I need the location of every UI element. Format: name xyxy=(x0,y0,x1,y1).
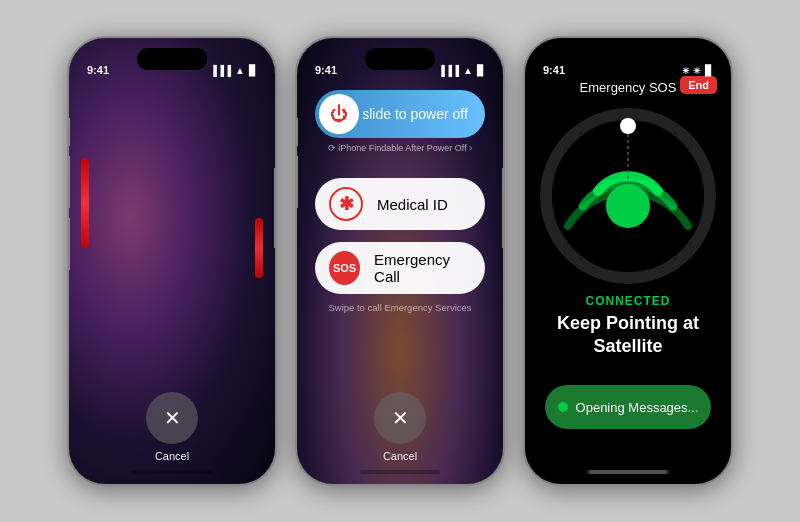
emergency-label: Emergency Call xyxy=(374,251,471,285)
red-indicator-left xyxy=(81,158,89,248)
volume-up-button[interactable] xyxy=(67,118,70,146)
cancel-label-2: Cancel xyxy=(383,450,417,462)
phone-3-satellite: 9:41 ✳ ✳ ▊ Emergency SOS End CONNECTED K… xyxy=(523,36,733,486)
dynamic-island xyxy=(137,48,207,70)
messages-label: Opening Messages... xyxy=(576,400,699,415)
satellite-signal-icon: ✳ ✳ xyxy=(682,66,701,76)
silent-button[interactable] xyxy=(67,218,70,270)
medical-label: Medical ID xyxy=(377,196,448,213)
pointing-instruction: Keep Pointing atSatellite xyxy=(525,312,731,359)
battery-icon-2: ▊ xyxy=(477,65,485,76)
signal-icon: ▐▐▐ xyxy=(210,65,231,76)
status-time-2: 9:41 xyxy=(315,64,337,76)
status-icons-1: ▐▐▐ ▲ ▊ xyxy=(210,65,257,76)
open-messages-button[interactable]: Opening Messages... xyxy=(545,385,711,429)
medical-id-button[interactable]: ✱ Medical ID xyxy=(315,178,485,230)
battery-icon: ▊ xyxy=(249,65,257,76)
slider-thumb[interactable]: ⏻ xyxy=(319,94,359,134)
close-icon-1: ✕ xyxy=(164,408,181,428)
phone-1-lockscreen: 9:41 ▐▐▐ ▲ ▊ ✕ Cancel xyxy=(67,36,277,486)
cancel-button-1[interactable]: ✕ xyxy=(146,392,198,444)
connected-status: CONNECTED xyxy=(525,294,731,308)
dynamic-island-2 xyxy=(365,48,435,70)
home-indicator-2 xyxy=(360,470,440,474)
battery-icon-3: ▊ xyxy=(705,65,713,76)
status-time-1: 9:41 xyxy=(87,64,109,76)
home-indicator-3 xyxy=(588,470,668,474)
status-icons-2: ▐▐▐ ▲ ▊ xyxy=(438,65,485,76)
power-icon: ⏻ xyxy=(330,104,348,125)
wifi-icon: ▲ xyxy=(235,65,245,76)
slider-label: slide to power off xyxy=(359,106,481,122)
volume-down-button[interactable] xyxy=(67,156,70,208)
svg-point-1 xyxy=(606,184,650,228)
findable-text: ⟳ iPhone Findable After Power Off › xyxy=(315,143,485,153)
svg-point-2 xyxy=(620,118,636,134)
volume-down-button-2[interactable] xyxy=(295,156,298,208)
wifi-icon-2: ▲ xyxy=(463,65,473,76)
volume-up-button-2[interactable] xyxy=(295,118,298,146)
status-icons-3: ✳ ✳ ▊ xyxy=(682,65,713,76)
sos-icon: SOS xyxy=(329,251,360,285)
dynamic-island-3 xyxy=(593,48,663,70)
swipe-hint: Swipe to call Emergency Services xyxy=(297,302,503,313)
close-icon-2: ✕ xyxy=(392,408,409,428)
messages-dot-icon xyxy=(558,402,568,412)
star-icon: ✱ xyxy=(339,193,354,215)
power-slider-container[interactable]: ⏻ slide to power off ⟳ iPhone Findable A… xyxy=(315,90,485,153)
phone-2-poweroff: 9:41 ▐▐▐ ▲ ▊ ⏻ slide to power off ⟳ iPho… xyxy=(295,36,505,486)
satellite-direction-indicator xyxy=(538,106,718,286)
power-slider-track[interactable]: ⏻ slide to power off xyxy=(315,90,485,138)
signal-icon-2: ▐▐▐ xyxy=(438,65,459,76)
sos-text: SOS xyxy=(333,262,356,274)
cancel-label-1: Cancel xyxy=(155,450,189,462)
emergency-call-button[interactable]: SOS Emergency Call xyxy=(315,242,485,294)
power-button-2[interactable] xyxy=(502,168,505,248)
medical-icon: ✱ xyxy=(329,187,363,221)
home-indicator-1 xyxy=(132,470,212,474)
red-indicator-right xyxy=(255,218,263,278)
status-time-3: 9:41 xyxy=(543,64,565,76)
power-button[interactable] xyxy=(274,168,277,248)
cancel-button-2[interactable]: ✕ xyxy=(374,392,426,444)
